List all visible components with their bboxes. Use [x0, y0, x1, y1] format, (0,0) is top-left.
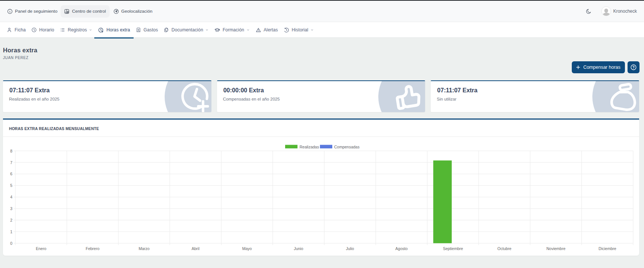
svg-text:Agosto: Agosto [396, 246, 408, 251]
svg-text:4: 4 [10, 195, 12, 199]
svg-text:6: 6 [10, 172, 12, 176]
svg-text:Febrero: Febrero [86, 246, 100, 251]
svg-text:Abril: Abril [192, 246, 199, 251]
svg-text:3: 3 [10, 206, 12, 211]
svg-text:1: 1 [10, 230, 12, 234]
svg-text:0: 0 [10, 241, 12, 246]
svg-text:Enero: Enero [36, 246, 46, 251]
svg-text:Diciembre: Diciembre [599, 246, 616, 251]
svg-text:8: 8 [10, 149, 12, 153]
svg-text:7: 7 [10, 160, 12, 165]
svg-text:Julio: Julio [346, 246, 354, 251]
svg-text:Compensadas: Compensadas [334, 145, 360, 149]
svg-text:Junio: Junio [294, 246, 303, 251]
svg-text:2: 2 [10, 218, 12, 222]
svg-text:Realizadas: Realizadas [300, 145, 319, 149]
svg-text:5: 5 [10, 183, 12, 188]
svg-text:Octubre: Octubre [497, 246, 512, 251]
svg-text:Septiembre: Septiembre [443, 246, 463, 251]
svg-text:Mayo: Mayo [242, 246, 252, 251]
svg-text:Marzo: Marzo [138, 246, 149, 251]
svg-text:Noviembre: Noviembre [546, 246, 565, 251]
